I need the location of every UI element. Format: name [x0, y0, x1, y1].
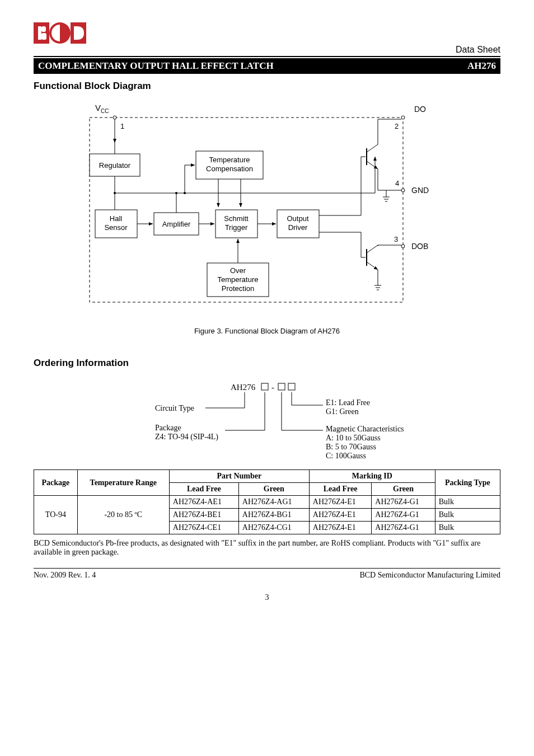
ordering-table: Package Temperature Range Part Number Ma… [34, 469, 500, 534]
svg-rect-81 [261, 383, 268, 390]
svg-text:Protection: Protection [222, 284, 255, 293]
th-packing: Packing Type [435, 470, 500, 496]
svg-line-73 [367, 262, 378, 270]
table-row: TO-94 -20 to 85 ºC AH276Z4-AE1 AH276Z4-A… [34, 496, 500, 509]
svg-text:A: 10 to 50Gauss: A: 10 to 50Gauss [326, 434, 381, 442]
page-number: 3 [34, 593, 500, 602]
vcc-label: VCC [95, 103, 109, 114]
th-pn-g: Green [238, 483, 309, 496]
th-marking: Marking ID [309, 470, 435, 483]
svg-text:Package: Package [155, 424, 181, 432]
svg-text:Z4: TO-94 (SIP-4L): Z4: TO-94 (SIP-4L) [155, 433, 218, 442]
title-bar: COMPLEMENTARY OUTPUT HALL EFFECT LATCH A… [34, 58, 500, 74]
svg-text:Driver: Driver [288, 223, 308, 232]
th-pn-lf: Lead Free [169, 483, 238, 496]
svg-text:Schmitt: Schmitt [224, 214, 249, 223]
svg-rect-83 [278, 383, 285, 390]
svg-rect-2 [41, 26, 46, 32]
svg-point-46 [114, 192, 116, 194]
svg-text:Regulator: Regulator [99, 161, 131, 170]
svg-line-72 [367, 245, 378, 253]
svg-text:4: 4 [395, 179, 399, 187]
part-number-title: AH276 [467, 60, 496, 72]
page-footer: Nov. 2009 Rev. 1. 4 BCD Semiconductor Ma… [34, 568, 500, 580]
svg-text:Amplifier: Amplifier [162, 220, 191, 228]
svg-text:AH276: AH276 [231, 383, 256, 392]
svg-rect-84 [288, 383, 295, 390]
svg-point-15 [401, 245, 405, 248]
svg-text:G1: Green: G1: Green [326, 407, 359, 416]
svg-text:E1: Lead Free: E1: Lead Free [326, 398, 370, 407]
dob-label: DOB [411, 242, 428, 251]
doc-title: COMPLEMENTARY OUTPUT HALL EFFECT LATCH [38, 60, 274, 72]
th-temp: Temperature Range [77, 470, 169, 496]
svg-rect-1 [38, 26, 41, 40]
svg-point-11 [401, 116, 405, 119]
data-sheet-label: Data Sheet [456, 45, 500, 55]
gnd-label: GND [411, 186, 429, 195]
svg-text:-: - [271, 383, 274, 392]
svg-text:1: 1 [120, 122, 124, 130]
svg-text:Output: Output [287, 214, 308, 223]
svg-text:C: 100Gauss: C: 100Gauss [326, 452, 366, 460]
functional-block-diagram: VCC 1 DO 2 GND 4 DOB 3 Regulator Tempera… [56, 101, 500, 316]
svg-line-58 [367, 144, 378, 152]
svg-rect-3 [41, 33, 46, 40]
svg-text:Temperature: Temperature [209, 156, 250, 164]
svg-rect-6 [74, 26, 77, 40]
svg-text:2: 2 [395, 122, 399, 130]
do-label: DO [414, 105, 426, 114]
svg-point-8 [113, 116, 116, 119]
svg-text:Temperature: Temperature [218, 275, 259, 284]
svg-point-30 [184, 192, 186, 194]
table-footnote: BCD Semiconductor's Pb-free products, as… [34, 539, 500, 557]
svg-text:B: 5 to 70Gauss: B: 5 to 70Gauss [326, 443, 376, 451]
th-mk-lf: Lead Free [309, 483, 372, 496]
footer-company: BCD Semiconductor Manufacturing Limited [359, 571, 500, 580]
ordering-diagram: AH276 - Circuit Type Package Z4: TO-94 (… [93, 380, 441, 464]
page-header: Data Sheet [34, 22, 500, 57]
svg-point-13 [401, 189, 405, 192]
svg-text:Compensation: Compensation [206, 165, 253, 173]
svg-point-48 [175, 192, 177, 194]
ordering-heading: Ordering Information [34, 358, 500, 369]
th-package: Package [34, 470, 78, 496]
svg-text:Trigger: Trigger [225, 223, 248, 232]
svg-text:Over: Over [230, 266, 246, 275]
svg-text:Hall: Hall [110, 214, 123, 223]
svg-text:3: 3 [394, 235, 398, 243]
th-partnum: Part Number [169, 470, 309, 483]
cell-temp: -20 to 85 ºC [77, 496, 169, 534]
footer-rev: Nov. 2009 Rev. 1. 4 [34, 571, 96, 580]
block-diagram-heading: Functional Block Diagram [34, 81, 500, 92]
figure-caption: Figure 3. Functional Block Diagram of AH… [34, 327, 500, 335]
svg-text:Magnetic Characteristics: Magnetic Characteristics [326, 425, 404, 433]
svg-line-59 [367, 161, 378, 169]
th-mk-g: Green [372, 483, 435, 496]
svg-text:Circuit Type: Circuit Type [155, 404, 194, 412]
cell-package: TO-94 [34, 496, 78, 534]
svg-text:Sensor: Sensor [104, 223, 128, 232]
brand-logo [34, 22, 101, 53]
